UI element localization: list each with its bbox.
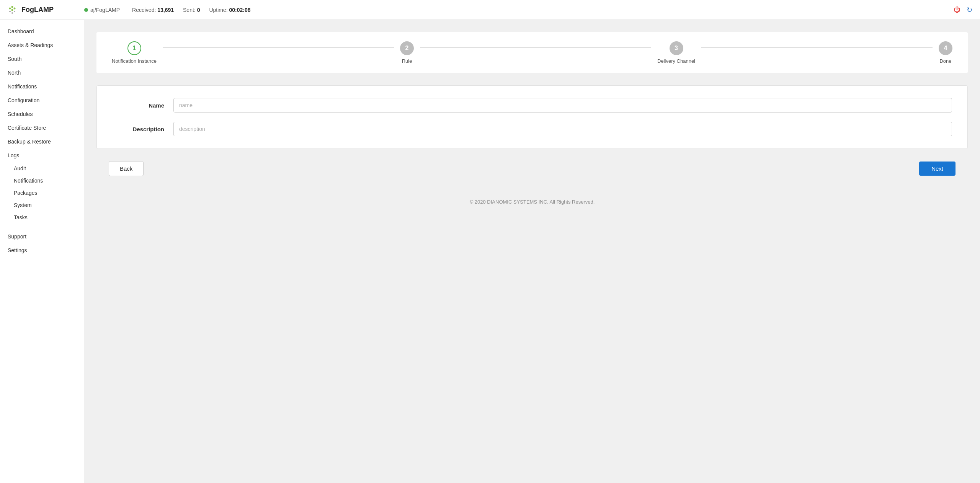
sidebar-item-system[interactable]: System [0, 199, 84, 211]
next-button[interactable]: Next [919, 162, 956, 176]
sidebar-item-backup-restore[interactable]: Backup & Restore [0, 135, 84, 148]
svg-point-6 [14, 11, 15, 12]
action-row: Back Next [96, 161, 968, 176]
step-label-3: Delivery Channel [657, 58, 695, 64]
refresh-button[interactable]: ↻ [967, 6, 972, 14]
sent-stat: Sent: 0 [183, 7, 200, 13]
sidebar-item-south[interactable]: South [0, 52, 84, 66]
description-row: Description [112, 122, 952, 136]
sidebar-item-configuration[interactable]: Configuration [0, 93, 84, 107]
step-circle-3: 3 [670, 41, 683, 55]
received-stat: Received: 13,691 [132, 7, 174, 13]
header-stats: Received: 13,691 Sent: 0 Uptime: 00:02:0… [132, 7, 251, 13]
sidebar-item-logs[interactable]: Logs [0, 148, 84, 162]
footer-text: © 2020 DIANOMIC SYSTEMS INC. All Rights … [470, 199, 595, 205]
step-circle-4: 4 [939, 41, 952, 55]
step-label-2: Rule [402, 58, 412, 64]
description-label: Description [112, 126, 173, 132]
stepper: 1 Notification Instance 2 Rule 3 Deliver… [96, 32, 968, 73]
step-label-4: Done [939, 58, 951, 64]
form-card: Name Description [96, 85, 968, 149]
description-input[interactable] [173, 122, 952, 136]
connection-status: aj/FogLAMP [84, 7, 120, 13]
sidebar-item-notifications-sub[interactable]: Notifications [0, 175, 84, 187]
app-title: FogLAMP [21, 6, 54, 14]
sidebar-item-assets-readings[interactable]: Assets & Readings [0, 38, 84, 52]
status-indicator [84, 8, 88, 12]
sidebar-item-north[interactable]: North [0, 66, 84, 80]
header-actions: ⏻ ↻ [954, 6, 972, 14]
app-logo: FogLAMP [8, 5, 84, 15]
back-button[interactable]: Back [109, 161, 144, 176]
header: FogLAMP aj/FogLAMP Received: 13,691 Sent… [0, 0, 980, 20]
svg-point-1 [11, 6, 13, 8]
name-input[interactable] [173, 98, 952, 113]
logo-icon [8, 5, 18, 15]
step-connector-3-4 [701, 47, 933, 48]
svg-point-5 [11, 12, 13, 14]
name-label: Name [112, 102, 173, 109]
sidebar-item-settings[interactable]: Settings [0, 243, 84, 257]
svg-point-0 [9, 7, 11, 9]
power-button[interactable]: ⏻ [954, 6, 960, 14]
sidebar-item-dashboard[interactable]: Dashboard [0, 24, 84, 38]
step-label-1: Notification Instance [112, 58, 157, 64]
sidebar-item-certificate-store[interactable]: Certificate Store [0, 121, 84, 135]
sidebar-item-tasks[interactable]: Tasks [0, 211, 84, 224]
svg-point-4 [9, 11, 11, 12]
sidebar-item-packages[interactable]: Packages [0, 187, 84, 199]
sidebar-item-audit[interactable]: Audit [0, 162, 84, 175]
step-circle-2: 2 [400, 41, 414, 55]
sidebar-item-notifications[interactable]: Notifications [0, 80, 84, 93]
step-4: 4 Done [939, 41, 952, 64]
sidebar: Dashboard Assets & Readings South North … [0, 20, 84, 483]
sidebar-item-support[interactable]: Support [0, 230, 84, 243]
step-3: 3 Delivery Channel [657, 41, 695, 64]
status-user: aj/FogLAMP [90, 7, 120, 13]
step-2: 2 Rule [400, 41, 414, 64]
name-row: Name [112, 98, 952, 113]
layout: Dashboard Assets & Readings South North … [0, 20, 980, 483]
svg-point-2 [14, 7, 16, 9]
step-connector-2-3 [420, 47, 651, 48]
uptime-stat: Uptime: 00:02:08 [209, 7, 250, 13]
footer: © 2020 DIANOMIC SYSTEMS INC. All Rights … [96, 191, 968, 212]
step-connector-1-2 [163, 47, 394, 48]
main-content: 1 Notification Instance 2 Rule 3 Deliver… [84, 20, 980, 483]
step-1: 1 Notification Instance [112, 41, 157, 64]
sidebar-item-schedules[interactable]: Schedules [0, 107, 84, 121]
step-circle-1: 1 [127, 41, 141, 55]
svg-point-3 [11, 9, 13, 11]
